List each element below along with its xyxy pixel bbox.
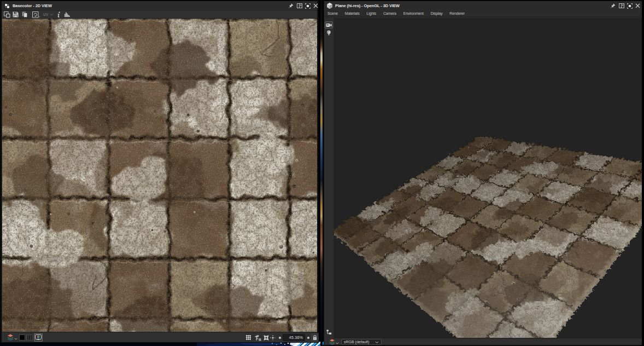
plane-mesh <box>329 134 642 339</box>
close-button[interactable] <box>635 3 641 9</box>
dock-icon <box>619 3 624 8</box>
close-button[interactable] <box>313 3 319 9</box>
pin-button[interactable] <box>288 3 294 9</box>
duplicate-view-button[interactable] <box>3 11 11 18</box>
grid-button[interactable] <box>246 334 251 341</box>
save-icon <box>13 11 19 18</box>
window-controls <box>288 1 319 10</box>
light-bulb-icon <box>326 30 331 36</box>
grid-icon <box>246 335 251 340</box>
menu-item-display[interactable]: Display <box>431 11 443 15</box>
panel-2d-toolbar: UV <box>2 10 317 19</box>
app-window: Basecolor - 2D VIEW <box>0 0 644 346</box>
maximize-icon <box>305 3 311 9</box>
lock-icon <box>313 335 317 341</box>
mesh-cube-icon <box>327 3 332 9</box>
pin-icon <box>289 3 294 8</box>
menu-item-environment[interactable]: Environment <box>403 11 424 15</box>
close-icon <box>313 3 318 8</box>
statusbar-grip[interactable] <box>3 334 4 341</box>
zoom-lock-button[interactable] <box>311 333 319 342</box>
maximize-button[interactable] <box>305 3 311 9</box>
panel-2d-titlebar[interactable]: Basecolor - 2D VIEW <box>2 1 317 10</box>
chevron-down-icon <box>375 341 379 344</box>
viewport-3d-side-toolbar <box>324 18 334 339</box>
fit-view-icon <box>264 335 269 341</box>
zoom-input[interactable]: 45.36% <box>283 334 305 341</box>
color-monitor-icon <box>35 335 42 341</box>
panel-2d-view: Basecolor - 2D VIEW <box>0 0 318 343</box>
dock-button[interactable] <box>618 3 624 9</box>
panel-3d-statusbar: sRGB (default) <box>324 338 642 345</box>
color-profile-select[interactable]: sRGB (default) <box>341 339 382 345</box>
pin-icon <box>611 3 616 8</box>
dock-icon <box>297 3 302 8</box>
light-button[interactable] <box>325 30 333 37</box>
close-icon <box>635 3 640 8</box>
uv-dropdown-label: UV <box>43 13 48 16</box>
statusbar-left-group <box>7 333 43 342</box>
dock-button[interactable] <box>296 3 302 9</box>
channels-button[interactable] <box>7 334 18 341</box>
viewport-3d[interactable] <box>324 18 642 339</box>
outliner-button[interactable] <box>325 329 333 336</box>
panel-3d-view: Plane (hi-res) - OpenGL - 3D VIEW <box>324 0 644 346</box>
pan-crosshair-icon <box>270 335 276 341</box>
plane-displacement-wrapper <box>324 18 642 339</box>
window-controls <box>610 1 641 10</box>
save-button[interactable] <box>11 11 20 18</box>
chevron-down-icon <box>14 338 17 340</box>
pin-button[interactable] <box>610 3 616 9</box>
chevron-down-icon <box>336 342 339 344</box>
tiling-button[interactable] <box>255 334 261 341</box>
layers-button[interactable] <box>329 338 339 345</box>
maximize-icon <box>627 3 633 9</box>
transform-view-button[interactable] <box>31 11 42 18</box>
menu-item-camera[interactable]: Camera <box>383 11 396 15</box>
menu-item-lights[interactable]: Lights <box>366 11 376 15</box>
statusbar-grip[interactable] <box>325 338 327 345</box>
overlapping-squares-icon <box>4 11 10 18</box>
statusbar-right-group: 45.36% <box>246 332 319 343</box>
color-profile-value: sRGB (default) <box>344 340 369 344</box>
layers-stack-icon <box>329 339 335 345</box>
histogram-icon <box>64 11 71 18</box>
panel-2d-statusbar: 45.36% <box>2 332 317 342</box>
copy-button[interactable] <box>21 11 29 18</box>
copy-icon <box>22 11 28 18</box>
fit-view-button[interactable] <box>264 334 269 341</box>
maximize-button[interactable] <box>627 3 633 9</box>
zoom-out-button[interactable] <box>279 337 281 339</box>
tiling-icon <box>255 335 261 341</box>
panel-3d-titlebar[interactable]: Plane (hi-res) - OpenGL - 3D VIEW <box>324 1 642 10</box>
plane-shading-overlay <box>329 134 642 339</box>
texture-thumbnail-icon <box>4 3 10 9</box>
square-refresh-icon <box>32 11 40 18</box>
panel-3d-menubar: Scene Materials Lights Camera Environmen… <box>324 10 642 17</box>
viewport-2d[interactable]: 2048 x 2048 (RGBA 16bpc) <box>2 19 317 332</box>
panel-3d-title: Plane (hi-res) - OpenGL - 3D VIEW <box>335 3 400 8</box>
desktop-wallpaper-sliver <box>320 0 323 346</box>
info-icon <box>57 11 61 18</box>
camera-button[interactable] <box>325 21 333 28</box>
basecolor-texture <box>2 19 317 332</box>
menu-item-materials[interactable]: Materials <box>345 11 360 15</box>
camera-icon <box>326 23 332 27</box>
texture-info-overlay: 2048 x 2048 (RGBA 16bpc) <box>3 325 54 330</box>
channel-stripes-swatch[interactable] <box>26 335 32 341</box>
hierarchy-icon <box>326 330 332 335</box>
zoom-in-button[interactable] <box>307 337 309 339</box>
histogram-button[interactable] <box>63 11 72 18</box>
chevron-down-icon <box>50 13 54 16</box>
info-button[interactable] <box>56 11 62 18</box>
menu-item-renderer[interactable]: Renderer <box>449 11 465 15</box>
layers-stack-icon <box>7 334 14 341</box>
uv-dropdown[interactable]: UV <box>42 11 55 18</box>
pan-button[interactable] <box>270 334 276 341</box>
panel-2d-title: Basecolor - 2D VIEW <box>13 3 52 8</box>
menu-item-scene[interactable]: Scene <box>327 11 338 15</box>
background-color-swatch[interactable] <box>19 335 25 341</box>
color-management-button[interactable] <box>34 333 43 342</box>
